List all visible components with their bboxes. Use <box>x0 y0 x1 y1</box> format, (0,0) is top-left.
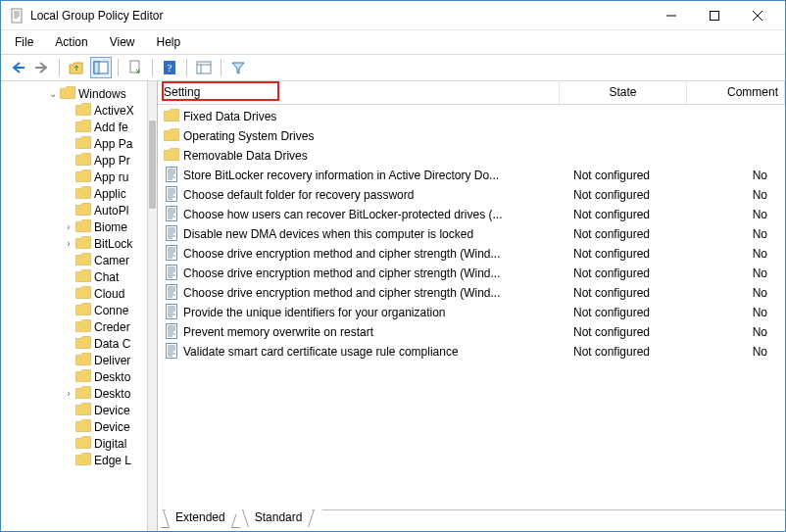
tree-node[interactable]: Device <box>3 402 157 418</box>
list-row-policy[interactable]: Choose drive encryption method and ciphe… <box>158 264 785 283</box>
folder-icon <box>75 453 91 468</box>
list-row-policy[interactable]: Validate smart card certificate usage ru… <box>158 342 785 362</box>
chevron-right-icon[interactable]: › <box>62 221 75 232</box>
scrollbar-thumb[interactable] <box>149 121 156 209</box>
policy-icon <box>164 284 179 303</box>
menu-help[interactable]: Help <box>153 33 185 51</box>
export-button[interactable] <box>124 57 146 78</box>
tree-scrollbar[interactable] <box>147 81 157 531</box>
tree-node-root[interactable]: ⌄Windows <box>3 85 157 102</box>
cell-setting: Choose drive encryption method and ciphe… <box>183 286 573 300</box>
show-hide-tree-button[interactable] <box>90 57 112 78</box>
cell-setting: Validate smart card certificate usage ru… <box>183 345 573 359</box>
list-row-policy[interactable]: Disable new DMA devices when this comput… <box>158 224 785 244</box>
tree-label: Cloud <box>94 287 124 301</box>
tree-node[interactable]: Deskto <box>3 368 157 385</box>
cell-comment: No <box>701 345 779 359</box>
tab-standard[interactable]: Standard <box>245 509 313 527</box>
chevron-down-icon[interactable]: ⌄ <box>46 88 60 99</box>
tree-node[interactable]: Conne <box>3 302 157 318</box>
tree-node[interactable]: ›BitLock <box>3 235 157 252</box>
tree-node[interactable]: App ru <box>3 169 157 185</box>
tree-node[interactable]: Edge L <box>3 452 157 468</box>
tree-label: Data C <box>94 337 130 351</box>
folder-icon <box>75 153 91 169</box>
tree-node[interactable]: App Pa <box>3 135 157 152</box>
chevron-right-icon[interactable]: › <box>62 388 75 399</box>
tree-node[interactable]: App Pr <box>3 152 157 169</box>
tree-node[interactable]: Digital <box>3 435 157 452</box>
tree-label: Digital <box>94 437 126 451</box>
tree-label: Conne <box>94 304 128 317</box>
folder-icon <box>164 109 179 124</box>
list-row-folder[interactable]: Operating System Drives <box>158 126 785 146</box>
tree-node[interactable]: Cloud <box>3 285 157 302</box>
tree-label: App ru <box>94 170 128 184</box>
up-button[interactable] <box>66 57 87 78</box>
folder-icon <box>75 319 91 335</box>
list-row-policy[interactable]: Store BitLocker recovery information in … <box>158 166 785 185</box>
policy-icon <box>164 265 179 283</box>
list-row-policy[interactable]: Prevent memory overwrite on restartNot c… <box>158 322 785 342</box>
folder-icon <box>164 148 179 164</box>
tree-node[interactable]: ›Biome <box>3 218 157 235</box>
policy-icon <box>164 323 179 342</box>
help-button[interactable]: ? <box>159 57 180 78</box>
tab-extended[interactable]: Extended <box>166 509 235 527</box>
policy-icon <box>164 304 179 322</box>
tree-node[interactable]: Chat <box>3 268 157 285</box>
tree-pane: ⌄WindowsActiveXAdd feApp PaApp PrApp ruA… <box>1 81 158 531</box>
chevron-right-icon[interactable]: › <box>62 238 75 249</box>
cell-setting: Fixed Data Drives <box>183 110 573 123</box>
menu-file[interactable]: File <box>11 33 37 51</box>
filter-button[interactable] <box>227 57 249 78</box>
tree-node[interactable]: ActiveX <box>3 102 157 119</box>
list-row-policy[interactable]: Choose drive encryption method and ciphe… <box>158 244 785 264</box>
tree-node[interactable]: AutoPl <box>3 202 157 218</box>
tree-node[interactable]: Camer <box>3 252 157 268</box>
cell-comment: No <box>701 286 779 300</box>
column-setting[interactable]: Setting <box>158 81 560 104</box>
list-row-folder[interactable]: Removable Data Drives <box>158 146 785 166</box>
close-button[interactable] <box>736 2 779 29</box>
back-button[interactable] <box>7 57 28 78</box>
cell-comment: No <box>701 325 779 339</box>
cell-comment: No <box>701 266 779 280</box>
menu-view[interactable]: View <box>106 33 139 51</box>
list-row-policy[interactable]: Provide the unique identifiers for your … <box>158 303 785 322</box>
toolbar-separator <box>59 59 60 76</box>
cell-state: Not configured <box>573 266 701 280</box>
folder-icon <box>75 103 91 119</box>
folder-icon <box>75 169 91 185</box>
all-settings-button[interactable] <box>193 57 215 78</box>
tree-node[interactable]: ›Deskto <box>3 385 157 402</box>
column-comment[interactable]: Comment <box>687 81 785 104</box>
toolbar-separator <box>221 59 221 76</box>
tree-node[interactable]: Add fe <box>3 119 157 135</box>
title-bar: Local Group Policy Editor <box>1 1 785 30</box>
cell-state: Not configured <box>573 345 701 359</box>
cell-setting: Disable new DMA devices when this comput… <box>183 227 573 241</box>
tree-node[interactable]: Data C <box>3 335 157 352</box>
list-row-policy[interactable]: Choose how users can recover BitLocker-p… <box>158 205 785 224</box>
main-pane: ⌄WindowsActiveXAdd feApp PaApp PrApp ruA… <box>1 81 785 531</box>
tree-node[interactable]: Device <box>3 418 157 435</box>
list-row-policy[interactable]: Choose drive encryption method and ciphe… <box>158 283 785 303</box>
policy-icon <box>164 167 179 185</box>
cell-setting: Choose drive encryption method and ciphe… <box>183 247 573 261</box>
tree-label: App Pa <box>94 137 132 151</box>
window-title: Local Group Policy Editor <box>30 9 650 23</box>
tree-node[interactable]: Creder <box>3 318 157 335</box>
list-row-folder[interactable]: Fixed Data Drives <box>158 107 785 126</box>
forward-button[interactable] <box>31 57 53 78</box>
cell-comment: No <box>701 208 779 221</box>
folder-icon <box>75 219 91 235</box>
tree-node[interactable]: Applic <box>3 185 157 202</box>
minimize-button[interactable] <box>650 2 693 29</box>
tree-label: Deskto <box>94 387 130 401</box>
menu-action[interactable]: Action <box>51 33 91 51</box>
list-row-policy[interactable]: Choose default folder for recovery passw… <box>158 185 785 205</box>
tree-node[interactable]: Deliver <box>3 352 157 368</box>
column-state[interactable]: State <box>560 81 687 104</box>
maximize-button[interactable] <box>693 2 736 29</box>
